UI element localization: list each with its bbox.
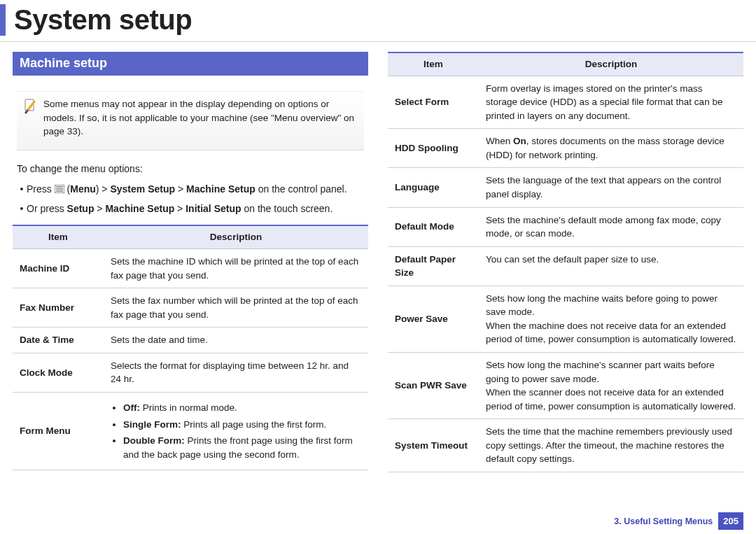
table-row: HDD Spooling When On, stores documents o… bbox=[388, 129, 743, 168]
table-row: Clock ModeSelects the format for display… bbox=[13, 353, 368, 392]
left-column: Machine setup Some menus may not appear … bbox=[13, 52, 368, 472]
footer-chapter: 3. Useful Setting Menus bbox=[614, 517, 713, 526]
note-box: Some menus may not appear in the display… bbox=[17, 91, 364, 150]
th-desc: Description bbox=[104, 225, 368, 248]
menu-icon bbox=[55, 185, 64, 193]
table-row: Form Menu Off: Prints in normal mode. Si… bbox=[13, 392, 368, 470]
step-1: • Press (Menu) > System Setup > Machine … bbox=[17, 181, 364, 197]
th-desc: Description bbox=[479, 52, 743, 76]
section-heading: Machine setup bbox=[13, 52, 368, 76]
table-row: Machine IDSets the machine ID which will… bbox=[13, 249, 368, 288]
right-column: Item Description Select FormForm overlay… bbox=[388, 52, 743, 472]
table-row: Date & TimeSets the date and time. bbox=[13, 328, 368, 353]
table-left: Item Description Machine IDSets the mach… bbox=[13, 225, 368, 470]
table-row: Default ModeSets the machine's default m… bbox=[388, 207, 743, 246]
note-text: Some menus may not appear in the display… bbox=[43, 97, 357, 139]
table-row: System TimeoutSets the time that the mac… bbox=[388, 419, 743, 472]
step-2: • Or press Setup > Machine Setup > Initi… bbox=[17, 201, 364, 216]
intro-text: To change the menu options: bbox=[17, 163, 364, 174]
table-row: Fax NumberSets the fax number which will… bbox=[13, 288, 368, 328]
th-item: Item bbox=[13, 225, 104, 248]
form-menu-options: Off: Prints in normal mode. Single Form:… bbox=[111, 401, 361, 461]
table-right: Item Description Select FormForm overlay… bbox=[388, 52, 743, 472]
table-row: LanguageSets the language of the text th… bbox=[388, 168, 743, 207]
table-row: Select FormForm overlay is images stored… bbox=[388, 76, 743, 129]
table-row: Default Paper SizeYou can set the defaul… bbox=[388, 246, 743, 286]
page-title: System setup bbox=[14, 4, 756, 36]
th-item: Item bbox=[388, 52, 479, 76]
page-footer: 3. Useful Setting Menus 205 bbox=[614, 512, 743, 530]
table-row: Scan PWR Save Sets how long the machine'… bbox=[388, 353, 743, 419]
footer-page-number: 205 bbox=[718, 512, 743, 530]
steps-list: • Press (Menu) > System Setup > Machine … bbox=[17, 181, 364, 217]
table-row: Power Save Sets how long the machine wai… bbox=[388, 286, 743, 352]
note-icon bbox=[24, 99, 36, 114]
